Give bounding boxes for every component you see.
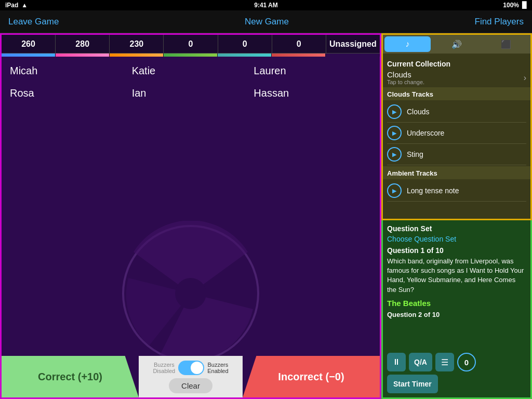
carrier-label: iPad xyxy=(5,2,18,9)
status-time: 9:41 AM xyxy=(254,2,278,9)
player-lauren: Lauren xyxy=(251,61,374,81)
tab-music[interactable]: ♪ xyxy=(384,36,431,52)
correct-button[interactable]: Correct (+10) xyxy=(2,356,139,397)
bottom-controls: Correct (+10) BuzzersDisabled BuzzersEna… xyxy=(2,356,380,397)
track-sting-name: Sting xyxy=(407,150,423,158)
battery-icon: ▉ xyxy=(522,2,527,9)
play-underscore-button[interactable]: ▶ xyxy=(387,126,402,140)
status-bar: iPad ▲ 9:41 AM 100% ▉ xyxy=(0,0,532,10)
ambient-tracks-header: Ambient Tracks xyxy=(383,166,530,179)
status-right: 100% ▉ xyxy=(503,2,527,9)
wifi-icon: ▲ xyxy=(21,2,28,9)
current-collection-header: Current Collection xyxy=(387,58,526,69)
track-long-tense-name: Long tense note xyxy=(407,187,459,195)
find-players-button[interactable]: Find Players xyxy=(475,17,524,27)
player-katie: Katie xyxy=(130,61,252,81)
players-grid: Micah Katie Lauren Rosa Ian Hassan xyxy=(2,57,380,108)
buzzer-toggle-row: BuzzersDisabled BuzzersEnabled xyxy=(153,361,228,375)
volume-icon: 🔊 xyxy=(451,39,462,49)
score-col-unassigned: Unassigned xyxy=(326,35,380,53)
tab-display[interactable]: ⬛ xyxy=(483,36,529,52)
status-left: iPad ▲ xyxy=(5,2,28,9)
track-sting[interactable]: ▶ Sting xyxy=(387,144,526,165)
player-rosa: Rosa xyxy=(8,83,130,103)
music-panel: ♪ 🔊 ⬛ Current Collection Clouds Tap to c… xyxy=(381,33,532,220)
score-col-4: 0 xyxy=(164,35,218,53)
main-content: 260 280 230 0 0 0 Unassigned Micah Katie… xyxy=(0,33,532,399)
player-ian: Ian xyxy=(130,83,252,103)
score-col-2: 280 xyxy=(56,35,110,53)
incorrect-button[interactable]: Incorrect (−0) xyxy=(243,356,380,397)
collection-name: Clouds xyxy=(387,70,424,79)
music-content: Current Collection Clouds Tap to change.… xyxy=(383,54,530,219)
qa-button[interactable]: Q/A xyxy=(409,353,432,371)
list-button[interactable]: ☰ xyxy=(435,353,454,371)
play-sting-button[interactable]: ▶ xyxy=(387,147,402,162)
score-col-5: 0 xyxy=(218,35,272,53)
music-tabs: ♪ 🔊 ⬛ xyxy=(383,35,530,54)
track-underscore[interactable]: ▶ Underscore xyxy=(387,123,526,144)
player-micah: Micah xyxy=(8,61,130,81)
nav-bar: Leave Game New Game Find Players xyxy=(0,10,532,33)
buzzer-section: BuzzersDisabled BuzzersEnabled Clear xyxy=(139,356,243,397)
leave-game-button[interactable]: Leave Game xyxy=(8,17,59,27)
start-timer-button[interactable]: Start Timer xyxy=(387,375,438,393)
play-clouds-button[interactable]: ▶ xyxy=(387,104,402,119)
tab-volume[interactable]: 🔊 xyxy=(434,36,480,52)
display-icon: ⬛ xyxy=(501,39,511,49)
buzzers-disabled-label: BuzzersDisabled xyxy=(153,362,175,374)
question-text: Which band, originally from Liverpool, w… xyxy=(387,257,526,295)
collection-row[interactable]: Clouds Tap to change. › xyxy=(387,69,526,86)
clouds-tracks-header: Clouds Tracks xyxy=(383,87,530,100)
question-number-2: Question 2 of 10 xyxy=(387,311,526,318)
track-clouds-name: Clouds xyxy=(407,108,430,116)
buzzers-toggle[interactable] xyxy=(178,361,204,375)
new-game-title: New Game xyxy=(245,17,289,27)
clear-button[interactable]: Clear xyxy=(169,378,212,393)
pause-button[interactable]: ⏸ xyxy=(387,353,406,371)
track-clouds[interactable]: ▶ Clouds xyxy=(387,101,526,123)
score-col-3: 230 xyxy=(110,35,164,53)
score-col-6: 0 xyxy=(272,35,326,53)
collection-tap: Tap to change. xyxy=(387,79,424,85)
game-watermark xyxy=(118,221,263,366)
right-panel: ♪ 🔊 ⬛ Current Collection Clouds Tap to c… xyxy=(381,33,532,399)
score-circle: 0 xyxy=(457,353,476,371)
question-number: Question 1 of 10 xyxy=(387,246,526,255)
chevron-right-icon: › xyxy=(524,73,526,83)
play-long-tense-button[interactable]: ▶ xyxy=(387,183,402,198)
music-note-icon: ♪ xyxy=(405,39,409,49)
buzzers-enabled-label: BuzzersEnabled xyxy=(207,362,228,374)
player-hassan: Hassan xyxy=(251,83,374,103)
score-header: 260 280 230 0 0 0 Unassigned xyxy=(2,35,380,54)
answer-text: The Beatles xyxy=(387,299,526,308)
track-long-tense[interactable]: ▶ Long tense note xyxy=(387,180,526,202)
question-controls: ⏸ Q/A ☰ 0 Start Timer xyxy=(387,353,526,393)
game-panel: 260 280 230 0 0 0 Unassigned Micah Katie… xyxy=(0,33,381,399)
question-set-header: Question Set xyxy=(387,224,526,233)
score-col-1: 260 xyxy=(2,35,56,53)
choose-question-set-link[interactable]: Choose Question Set xyxy=(387,235,526,243)
toggle-knob xyxy=(191,362,203,374)
svg-point-1 xyxy=(175,278,206,309)
battery-label: 100% xyxy=(503,2,519,9)
question-panel: Question Set Choose Question Set Questio… xyxy=(381,220,532,399)
track-underscore-name: Underscore xyxy=(407,129,444,137)
